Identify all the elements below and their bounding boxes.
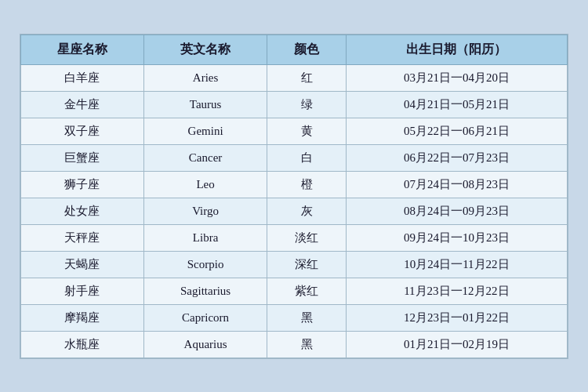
header-english-name: 英文名称 <box>143 34 267 64</box>
header-chinese-name: 星座名称 <box>21 34 144 64</box>
cell-chinese-name: 水瓶座 <box>21 331 144 358</box>
cell-color: 紫红 <box>267 278 347 304</box>
cell-chinese-name: 白羊座 <box>21 64 144 91</box>
cell-color: 深红 <box>267 251 347 278</box>
zodiac-table-container: 星座名称 英文名称 颜色 出生日期（阳历） 白羊座Aries红03月21日一04… <box>20 34 568 359</box>
table-row: 射手座Sagittarius紫红11月23日一12月22日 <box>21 278 568 304</box>
cell-english-name: Capricorn <box>143 304 267 331</box>
cell-chinese-name: 射手座 <box>21 278 144 304</box>
cell-chinese-name: 天秤座 <box>21 224 144 251</box>
table-row: 巨蟹座Cancer白06月22日一07月23日 <box>21 144 568 171</box>
cell-english-name: Virgo <box>143 198 267 224</box>
cell-dates: 07月24日一08月23日 <box>346 171 567 198</box>
cell-chinese-name: 天蝎座 <box>21 251 144 278</box>
cell-dates: 05月22日一06月21日 <box>346 118 567 144</box>
cell-dates: 09月24日一10月23日 <box>346 224 567 251</box>
table-row: 天蝎座Scorpio深红10月24日一11月22日 <box>21 251 568 278</box>
cell-color: 灰 <box>267 198 347 224</box>
table-body: 白羊座Aries红03月21日一04月20日金牛座Taurus绿04月21日一0… <box>21 64 568 358</box>
cell-color: 黑 <box>267 331 347 358</box>
table-row: 双子座Gemini黄05月22日一06月21日 <box>21 118 568 144</box>
cell-english-name: Cancer <box>143 144 267 171</box>
cell-chinese-name: 狮子座 <box>21 171 144 198</box>
cell-chinese-name: 处女座 <box>21 198 144 224</box>
cell-chinese-name: 金牛座 <box>21 91 144 118</box>
cell-color: 橙 <box>267 171 347 198</box>
cell-english-name: Taurus <box>143 91 267 118</box>
table-row: 天秤座Libra淡红09月24日一10月23日 <box>21 224 568 251</box>
table-row: 摩羯座Capricorn黑12月23日一01月22日 <box>21 304 568 331</box>
cell-chinese-name: 巨蟹座 <box>21 144 144 171</box>
cell-color: 白 <box>267 144 347 171</box>
cell-dates: 06月22日一07月23日 <box>346 144 567 171</box>
table-header-row: 星座名称 英文名称 颜色 出生日期（阳历） <box>21 34 568 64</box>
table-row: 水瓶座Aquarius黑01月21日一02月19日 <box>21 331 568 358</box>
cell-color: 绿 <box>267 91 347 118</box>
cell-english-name: Leo <box>143 171 267 198</box>
cell-dates: 12月23日一01月22日 <box>346 304 567 331</box>
cell-color: 黄 <box>267 118 347 144</box>
table-row: 狮子座Leo橙07月24日一08月23日 <box>21 171 568 198</box>
cell-color: 淡红 <box>267 224 347 251</box>
cell-english-name: Libra <box>143 224 267 251</box>
cell-english-name: Gemini <box>143 118 267 144</box>
cell-color: 红 <box>267 64 347 91</box>
cell-english-name: Scorpio <box>143 251 267 278</box>
cell-dates: 01月21日一02月19日 <box>346 331 567 358</box>
cell-english-name: Aries <box>143 64 267 91</box>
header-dates: 出生日期（阳历） <box>346 34 567 64</box>
cell-chinese-name: 摩羯座 <box>21 304 144 331</box>
cell-dates: 04月21日一05月21日 <box>346 91 567 118</box>
cell-english-name: Aquarius <box>143 331 267 358</box>
cell-color: 黑 <box>267 304 347 331</box>
cell-chinese-name: 双子座 <box>21 118 144 144</box>
cell-dates: 10月24日一11月22日 <box>346 251 567 278</box>
cell-dates: 08月24日一09月23日 <box>346 198 567 224</box>
zodiac-table: 星座名称 英文名称 颜色 出生日期（阳历） 白羊座Aries红03月21日一04… <box>20 34 568 358</box>
cell-dates: 11月23日一12月22日 <box>346 278 567 304</box>
table-row: 白羊座Aries红03月21日一04月20日 <box>21 64 568 91</box>
table-row: 金牛座Taurus绿04月21日一05月21日 <box>21 91 568 118</box>
cell-dates: 03月21日一04月20日 <box>346 64 567 91</box>
header-color: 颜色 <box>267 34 347 64</box>
cell-english-name: Sagittarius <box>143 278 267 304</box>
table-row: 处女座Virgo灰08月24日一09月23日 <box>21 198 568 224</box>
